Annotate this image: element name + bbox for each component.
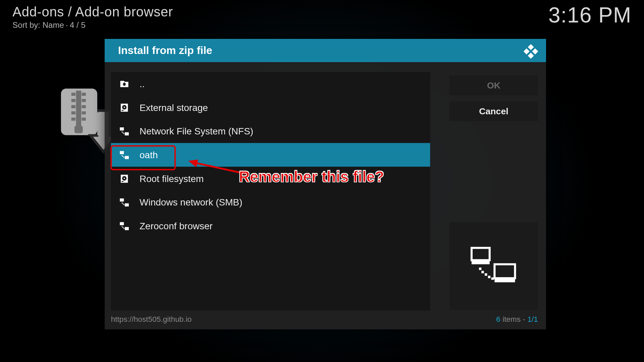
file-row-label: Root filesystem [140, 173, 204, 184]
breadcrumb: Add-ons / Add-on browser [12, 4, 173, 19]
file-row-label: Network File System (NFS) [140, 126, 253, 136]
disk-icon [119, 173, 130, 184]
svg-rect-3 [82, 93, 86, 96]
svg-rect-6 [71, 105, 75, 108]
svg-rect-14 [528, 53, 534, 59]
file-row-1[interactable]: External storage [111, 96, 430, 119]
status-items-word: items - [500, 315, 528, 323]
svg-rect-20 [494, 278, 515, 282]
sort-line: Sort by: Name·4 / 5 [12, 20, 85, 30]
cancel-button[interactable]: Cancel [449, 102, 538, 121]
zip-download-icon [60, 86, 112, 162]
file-list[interactable]: ..External storageNetwork File System (N… [111, 72, 430, 311]
svg-rect-7 [82, 105, 86, 108]
dialog-status-bar: https://host505.github.io 6 items - 1/1 [111, 313, 538, 326]
file-row-label: External storage [140, 102, 208, 113]
file-row-label: .. [140, 78, 145, 89]
file-row-3[interactable]: oath [111, 143, 430, 167]
svg-rect-15 [524, 48, 530, 54]
dialog-title-bar: Install from zip file [105, 39, 546, 62]
sort-field: Name [43, 20, 64, 29]
file-row-label: Zeroconf browser [140, 221, 213, 231]
network-icon [119, 197, 130, 207]
svg-rect-9 [82, 111, 86, 114]
network-computers-icon [469, 245, 519, 287]
file-row-label: oath [140, 149, 158, 160]
svg-rect-24 [488, 276, 490, 278]
folder-up-icon [119, 78, 130, 89]
svg-rect-1 [76, 90, 81, 128]
status-count-number: 6 [496, 315, 500, 323]
install-from-zip-dialog: Install from zip file ..External storage… [105, 39, 546, 329]
disk-icon [119, 102, 130, 113]
clock: 3:16 PM [548, 3, 632, 27]
network-icon [119, 149, 130, 160]
dialog-title: Install from zip file [118, 44, 212, 57]
svg-rect-5 [82, 99, 86, 102]
svg-rect-17 [472, 248, 490, 260]
file-row-4[interactable]: Root filesystem [111, 167, 430, 190]
file-row-0[interactable]: .. [111, 72, 430, 96]
ok-button[interactable]: OK [449, 75, 538, 95]
svg-rect-2 [71, 93, 75, 96]
file-row-2[interactable]: Network File System (NFS) [111, 119, 430, 143]
svg-rect-16 [532, 48, 538, 54]
svg-rect-18 [472, 260, 490, 264]
status-path: https://host505.github.io [111, 315, 192, 324]
status-page: 1/1 [527, 315, 538, 323]
sort-separator-dot: · [64, 20, 70, 29]
svg-rect-23 [485, 273, 487, 276]
svg-rect-4 [71, 99, 75, 102]
network-icon [119, 126, 130, 136]
svg-rect-11 [82, 118, 86, 121]
svg-rect-10 [71, 118, 75, 121]
status-count: 6 items - 1/1 [496, 315, 538, 324]
kodi-logo-icon [524, 44, 538, 59]
svg-rect-8 [71, 111, 75, 114]
sort-prefix: Sort by: [12, 20, 42, 29]
network-icon [119, 221, 130, 231]
sort-position: 4 / 5 [70, 20, 86, 29]
selection-thumbnail [449, 222, 538, 310]
svg-rect-22 [481, 271, 484, 273]
svg-rect-25 [491, 278, 494, 280]
file-row-label: Windows network (SMB) [140, 197, 243, 207]
svg-rect-12 [74, 126, 83, 133]
file-row-5[interactable]: Windows network (SMB) [111, 190, 430, 214]
svg-rect-13 [528, 44, 534, 50]
svg-rect-21 [479, 267, 481, 270]
file-row-6[interactable]: Zeroconf browser [111, 214, 430, 238]
svg-rect-19 [494, 264, 515, 278]
